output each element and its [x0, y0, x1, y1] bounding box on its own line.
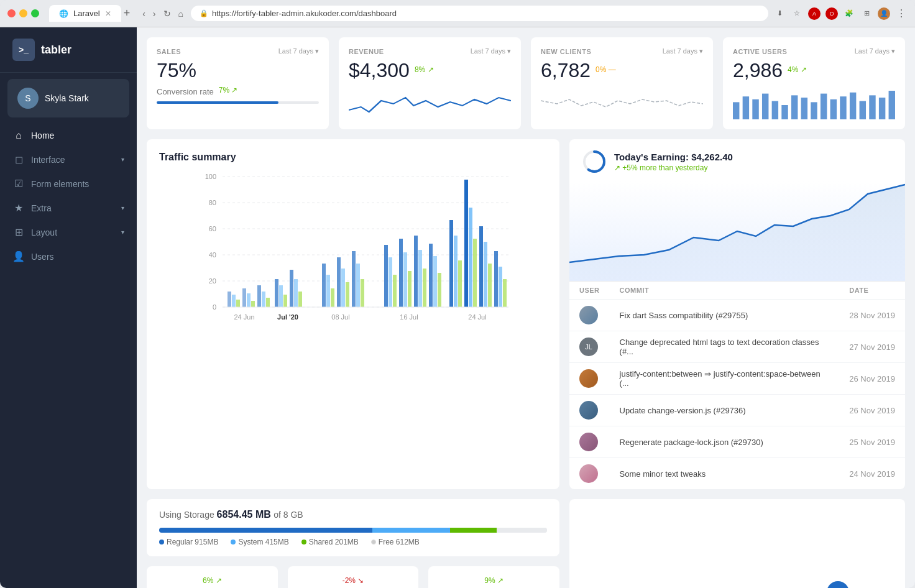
commit-avatar	[579, 306, 598, 324]
stat-period-new-clients[interactable]: Last 7 days ▾	[663, 47, 703, 55]
sidebar-item-label: Layout	[31, 227, 57, 237]
stat-change-revenue: 8% ↗	[415, 65, 434, 74]
sidebar-item-extra[interactable]: ★ Extra ▾	[0, 196, 137, 220]
sidebar-item-label: Home	[31, 131, 54, 140]
stat-value-revenue: $4,300	[349, 59, 410, 82]
sidebar-nav: ⌂ Home ◻ Interface ▾ ☑ Form elements ★ E…	[0, 124, 137, 269]
stat-card-active-users: ACTIVE USERS Last 7 days ▾ 2,986 4% ↗	[723, 37, 905, 129]
extension-icon-2[interactable]: O	[825, 7, 838, 20]
table-header-commit: COMMIT	[610, 282, 840, 300]
revenue-mini-chart	[349, 88, 511, 119]
stat-period-active-users[interactable]: Last 7 days ▾	[855, 47, 895, 55]
svg-rect-67	[458, 260, 462, 307]
svg-rect-39	[279, 285, 283, 307]
forward-button[interactable]: ›	[150, 7, 159, 20]
metric-change-new-tickets: 6% ↗	[159, 576, 265, 585]
stat-card-revenue: REVENUE Last 7 days ▾ $4,300 8% ↗	[339, 37, 521, 129]
commit-message: Change deprecated html tags to text deco…	[610, 331, 840, 363]
minimize-window-button[interactable]	[19, 9, 27, 17]
reload-button[interactable]: ↻	[161, 7, 173, 20]
svg-text:16 Jul: 16 Jul	[400, 313, 418, 321]
avatar: S	[17, 88, 39, 109]
svg-rect-5	[781, 105, 788, 119]
home-nav-button[interactable]: ⌂	[176, 7, 186, 20]
storage-legend: Regular 915MB System 415MB Shared 201MB …	[159, 538, 547, 546]
tab-favicon: 🌐	[59, 9, 68, 18]
sales-summary-card: + 132 Sales	[569, 499, 905, 588]
progress-bar-sales	[157, 101, 319, 104]
svg-rect-8	[811, 102, 817, 119]
sidebar-item-home[interactable]: ⌂ Home	[0, 124, 137, 147]
svg-text:24 Jun: 24 Jun	[234, 313, 254, 321]
progress-fill-sales	[157, 101, 278, 104]
svg-rect-43	[298, 292, 302, 307]
tab-close-button[interactable]: ✕	[105, 9, 111, 18]
sidebar-item-interface[interactable]: ◻ Interface ▾	[0, 147, 137, 172]
svg-rect-65	[449, 220, 453, 307]
dev-growth-label: ↗ +5% more than yesterday	[614, 163, 733, 172]
svg-rect-10	[830, 99, 837, 119]
storage-total: of 8 GB	[274, 510, 303, 520]
sidebar-item-layout[interactable]: ⊞ Layout ▾	[0, 220, 137, 244]
new-tab-button[interactable]: +	[124, 7, 131, 20]
sidebar-logo: >_ tabler	[0, 27, 137, 73]
extension-icon-4[interactable]: ⊞	[860, 7, 873, 20]
sidebar-item-form-elements[interactable]: ☑ Form elements	[0, 172, 137, 196]
bookmark-icon[interactable]: ☆	[791, 7, 803, 20]
user-profile-icon[interactable]: 👤	[878, 7, 890, 20]
svg-rect-33	[247, 293, 251, 307]
menu-icon[interactable]: ⋮	[895, 7, 908, 20]
metric-card-daily-earnings: -2% ↘ 95 Daily Earnings	[288, 566, 419, 588]
svg-rect-3	[762, 94, 768, 119]
svg-text:20: 20	[209, 277, 216, 285]
svg-rect-32	[242, 288, 246, 307]
user-profile[interactable]: S Skyla Stark	[7, 79, 129, 117]
svg-rect-74	[494, 251, 498, 307]
back-button[interactable]: ‹	[140, 7, 148, 20]
download-icon[interactable]: ⬇	[773, 7, 786, 20]
legend-system: System 415MB	[231, 538, 288, 546]
stat-label-revenue: REVENUE	[349, 48, 384, 55]
legend-regular: Regular 915MB	[159, 538, 218, 546]
commit-date: 25 Nov 2019	[839, 426, 905, 458]
close-window-button[interactable]	[7, 9, 16, 17]
active-tab[interactable]: 🌐 Laravel ✕	[49, 5, 121, 22]
storage-used: 6854.45 MB	[217, 509, 271, 520]
maximize-window-button[interactable]	[31, 9, 39, 17]
svg-rect-56	[399, 239, 403, 307]
middle-row: Traffic summary 100 80 60	[147, 139, 905, 489]
table-header-date: DATE	[839, 282, 905, 300]
svg-rect-38	[275, 279, 278, 307]
chevron-down-icon: ▾	[121, 229, 124, 236]
svg-rect-35	[257, 285, 261, 307]
svg-text:80: 80	[209, 199, 216, 206]
address-bar[interactable]: 🔒 https://fortify-tabler-admin.akukoder.…	[191, 6, 768, 21]
svg-rect-0	[733, 102, 739, 119]
svg-rect-51	[356, 264, 360, 307]
extension-icon-3[interactable]: 🧩	[843, 7, 855, 20]
extension-icon-1[interactable]: A	[808, 7, 821, 20]
browser-toolbar: 🌐 Laravel ✕ + ‹ › ↻ ⌂ 🔒 https://fortify-…	[0, 0, 915, 27]
traffic-card-title: Traffic summary	[159, 152, 547, 163]
dev-activity-chart	[569, 181, 905, 281]
form-icon: ☑	[12, 178, 25, 190]
stat-period-sales[interactable]: Last 7 days ▾	[278, 47, 319, 55]
svg-rect-58	[408, 271, 412, 307]
arrow-up-icon: ↗	[614, 163, 620, 172]
sidebar-item-label: Interface	[31, 155, 65, 165]
commit-date: 27 Nov 2019	[839, 331, 905, 363]
traffic-card: Traffic summary 100 80 60	[147, 139, 559, 489]
svg-rect-53	[384, 245, 388, 307]
svg-rect-55	[393, 275, 397, 307]
svg-rect-72	[484, 242, 487, 307]
svg-rect-6	[791, 95, 798, 119]
sidebar-item-users[interactable]: 👤 Users	[0, 244, 137, 269]
browser-window: 🌐 Laravel ✕ + ‹ › ↻ ⌂ 🔒 https://fortify-…	[0, 0, 915, 588]
stat-sub-label: Conversion rate	[157, 87, 214, 96]
svg-rect-47	[337, 257, 341, 307]
stat-period-revenue[interactable]: Last 7 days ▾	[471, 47, 511, 55]
svg-text:24 Jul: 24 Jul	[468, 313, 486, 321]
svg-text:Jul '20: Jul '20	[277, 313, 298, 321]
content-area: SALES Last 7 days ▾ 75% Conversion rate …	[137, 27, 915, 588]
window-controls	[7, 9, 39, 17]
